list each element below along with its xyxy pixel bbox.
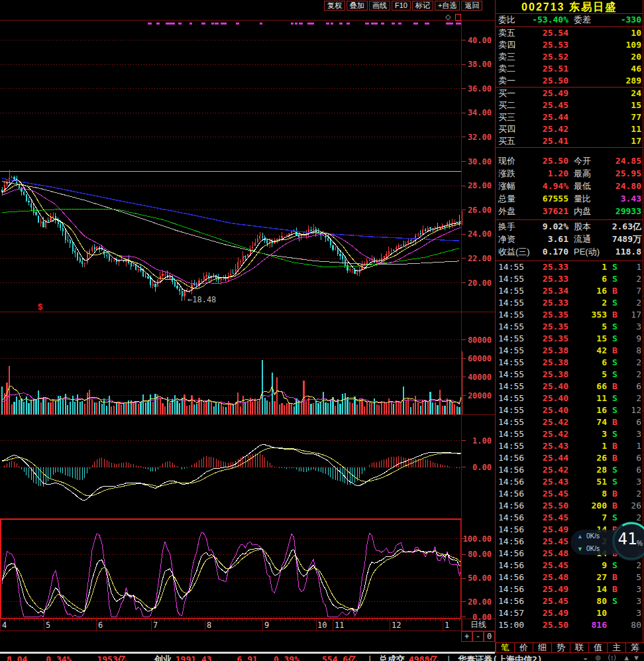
tick-volume: 1 (570, 440, 607, 452)
tick-count: 3 (619, 321, 641, 333)
chart-zoom-in[interactable]: + (461, 631, 472, 642)
field-label: 股本 (574, 221, 591, 233)
tick-volume: 816 (570, 619, 607, 631)
bid-row[interactable]: 买五25.4117 (496, 135, 643, 147)
field-value: 67555 (519, 193, 568, 205)
tab-筹[interactable]: 筹 (625, 642, 644, 653)
ask-row[interactable]: 卖一25.50289 (496, 75, 643, 87)
chart-zoom-out[interactable]: - (472, 631, 484, 642)
svg-text:1: 1 (445, 621, 449, 630)
ask-row[interactable]: 卖五25.5410 (496, 27, 643, 39)
tick-volume: 14 (570, 583, 607, 595)
field-value: 7489万 (594, 233, 641, 245)
tick-time: 14:56 (498, 488, 524, 500)
period-label[interactable]: 日线 (462, 620, 494, 630)
tab-值[interactable]: 值 (588, 642, 608, 653)
tick-price: 25.50 (522, 619, 568, 631)
status-segment: 0.34% (46, 654, 72, 661)
svg-text:26.00: 26.00 (468, 206, 492, 215)
tick-volume: 5 (570, 369, 607, 381)
tick-time: 14:56 (498, 464, 524, 476)
tab-价[interactable]: 价 (514, 642, 533, 653)
level-volume: 15 (575, 99, 641, 111)
tick-time: 14:55 (498, 273, 524, 285)
tick-side: S (612, 464, 617, 476)
svg-text:100.00: 100.00 (463, 534, 492, 544)
field-label: 净资 (498, 233, 515, 245)
level-label: 卖一 (498, 75, 515, 87)
svg-text:5: 5 (46, 621, 50, 630)
tick-side: B (612, 488, 617, 500)
field-value: 0.170 (519, 246, 568, 258)
tick-volume: 353 (570, 309, 607, 321)
tick-time: 14:55 (498, 309, 524, 321)
tick-side: B (612, 452, 617, 464)
tick-volume: 28 (570, 464, 607, 476)
svg-text:40.00: 40.00 (468, 36, 492, 45)
tick-volume: 6 (570, 357, 607, 369)
tick-row: 14:5525.4011S2 (496, 392, 643, 404)
tick-count: 6 (619, 464, 641, 476)
level-label: 买一 (498, 88, 515, 99)
tick-volume: 200 (570, 500, 607, 512)
tick-side: S (612, 321, 617, 333)
field-value: 29933 (594, 206, 641, 217)
tab-联[interactable]: 联 (570, 642, 589, 653)
tick-count: 2 (619, 297, 641, 309)
ask-row[interactable]: 卖三25.5220 (496, 51, 643, 63)
tick-price: 25.38 (522, 357, 568, 369)
tick-count: 80 (619, 619, 641, 631)
tick-row: 14:5525.331S1 (496, 261, 643, 273)
field-label: 量比 (574, 193, 591, 205)
tick-count: 8 (619, 345, 641, 357)
level-price: 25.41 (522, 135, 568, 147)
tick-row: 14:5625.4426B6 (496, 452, 643, 464)
tick-row: 14:5525.385S2 (496, 369, 643, 381)
kline-chart-canvas[interactable]: 456789101112140.0038.0036.0034.0032.0030… (0, 0, 495, 652)
tick-count: 9 (619, 333, 641, 345)
tick-side: S (612, 595, 617, 607)
svg-text:34.00: 34.00 (468, 108, 492, 117)
tick-time: 14:56 (498, 524, 524, 536)
tick-side: B (612, 571, 617, 583)
bid-row[interactable]: 买三25.4477 (496, 111, 643, 123)
tick-row: 14:5625.4351S3 (496, 476, 643, 488)
field-value: 25.95 (594, 168, 641, 180)
level-price: 25.45 (522, 99, 568, 111)
assistant-gauge-overlay[interactable]: 41 % (610, 520, 644, 562)
svg-text:24.00: 24.00 (468, 229, 492, 239)
level-price: 25.54 (522, 27, 568, 39)
field-value: 24.85 (594, 155, 641, 167)
tick-side: B (612, 309, 617, 321)
tick-count: 2 (619, 369, 641, 381)
tick-volume: 80 (570, 595, 607, 607)
bid-row[interactable]: 买二25.4515 (496, 99, 643, 111)
svg-text:22.00: 22.00 (468, 254, 492, 263)
svg-text:6: 6 (98, 621, 103, 630)
tab-笔[interactable]: 笔 (496, 642, 515, 653)
tick-count: 12 (619, 404, 641, 416)
level-price: 25.50 (522, 75, 568, 87)
tick-count: 3 (619, 583, 641, 595)
tab-主[interactable]: 主 (607, 642, 626, 653)
level-volume: 10 (575, 27, 641, 39)
tick-price: 25.38 (522, 345, 568, 357)
tick-side: B (612, 500, 617, 512)
tick-price: 25.40 (522, 404, 568, 416)
chart-zoom-reset[interactable]: 0 (484, 631, 495, 642)
tick-row: 14:5525.3515S9 (496, 333, 643, 345)
tick-price: 25.43 (522, 440, 568, 452)
ask-row[interactable]: 卖二25.5146 (496, 63, 643, 75)
tab-势[interactable]: 势 (551, 642, 570, 653)
tab-细[interactable]: 细 (533, 642, 552, 653)
bid-row[interactable]: 买四25.4211 (496, 123, 643, 135)
snapshot-row: 现价25.50今开24.85 (496, 155, 643, 167)
ask-row[interactable]: 卖四25.53109 (496, 39, 643, 51)
fundamental-row: 净资3.61流通7489万 (496, 233, 643, 245)
tick-volume: 15 (570, 333, 607, 345)
tick-side: S (612, 357, 617, 369)
field-value: 37621 (519, 206, 568, 217)
tick-volume: 74 (570, 416, 607, 428)
tick-time: 14:55 (498, 392, 524, 404)
bid-row[interactable]: 买一25.4924 (496, 88, 643, 99)
